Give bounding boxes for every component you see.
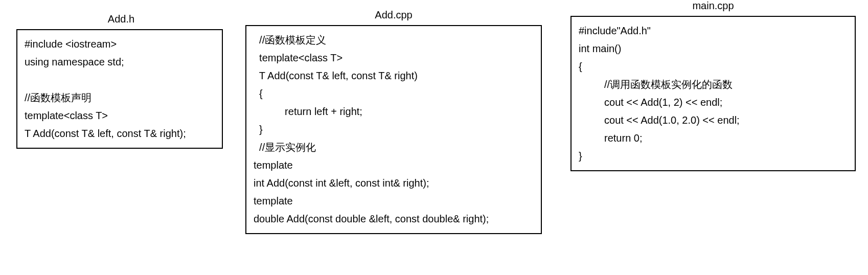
- code-box-add-h: #include <iostream> using namespace std;…: [16, 29, 223, 149]
- file-block-main-cpp: main.cpp #include"Add.h" int main() { //…: [567, 0, 859, 171]
- file-title-add-h: Add.h: [16, 13, 226, 25]
- file-block-add-h: Add.h #include <iostream> using namespac…: [16, 13, 226, 149]
- code-box-add-cpp: //函数模板定义 template<class T> T Add(const T…: [245, 25, 542, 234]
- file-title-main-cpp: main.cpp: [567, 0, 859, 12]
- code-box-main-cpp: #include"Add.h" int main() { //调用函数模板实例化…: [570, 16, 856, 171]
- file-title-add-cpp: Add.cpp: [245, 9, 542, 21]
- file-block-add-cpp: Add.cpp //函数模板定义 template<class T> T Add…: [245, 9, 542, 234]
